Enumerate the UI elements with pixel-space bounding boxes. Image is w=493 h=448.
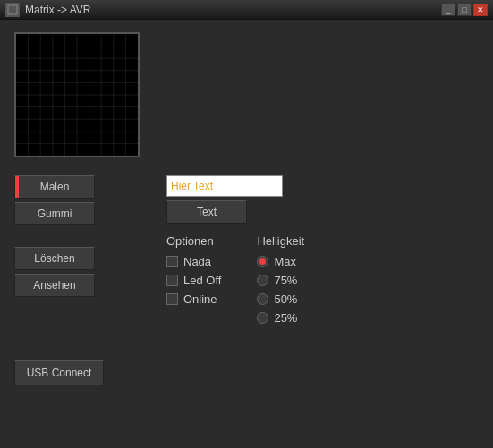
option-ledoff-row: Led Off (166, 274, 221, 287)
window-title: Matrix -> AVR (25, 4, 90, 16)
helligkeit-75-row: 75% (257, 274, 304, 287)
loeschen-button[interactable]: Löschen (14, 247, 95, 270)
helligkeit-50-radio[interactable] (257, 293, 268, 305)
helligkeit-max-row: Max (257, 255, 304, 268)
options-header: Optionen (166, 234, 221, 248)
helligkeit-25-label: 25% (274, 311, 297, 325)
malen-button[interactable]: Malen (14, 175, 95, 199)
option-nada-label: Nada (183, 255, 211, 268)
helligkeit-25-radio[interactable] (257, 312, 268, 324)
minimize-button[interactable]: _ (441, 4, 455, 16)
option-nada-row: Nada (166, 255, 221, 268)
helligkeit-column: Helligkeit Max 75% 50% (257, 234, 304, 325)
maximize-button[interactable]: □ (457, 4, 472, 16)
window-controls: _ □ ✕ (441, 4, 488, 16)
left-panel: Malen Gummi Löschen Ansehen (14, 175, 149, 325)
helligkeit-50-label: 50% (274, 292, 297, 306)
bottom-area: USB Connect (14, 360, 479, 385)
app-icon (5, 3, 20, 17)
option-online-label: Online (183, 292, 217, 306)
option-nada-checkbox[interactable] (166, 256, 178, 267)
right-panel: Text Optionen Nada Led Off (166, 175, 304, 325)
usb-connect-button[interactable]: USB Connect (14, 360, 104, 385)
helligkeit-50-row: 50% (257, 292, 304, 306)
option-ledoff-label: Led Off (183, 274, 221, 287)
close-button[interactable]: ✕ (473, 4, 488, 16)
option-online-checkbox[interactable] (166, 293, 178, 305)
title-bar: Matrix -> AVR _ □ ✕ (0, 0, 493, 20)
gummi-button[interactable]: Gummi (14, 202, 95, 225)
helligkeit-header: Helligkeit (257, 234, 304, 248)
svg-rect-1 (10, 7, 15, 13)
ansehen-button[interactable]: Ansehen (14, 274, 95, 297)
text-button[interactable]: Text (166, 200, 247, 224)
helligkeit-25-row: 25% (257, 311, 304, 325)
option-online-row: Online (166, 292, 221, 306)
helligkeit-75-radio[interactable] (257, 275, 268, 286)
hier-text-input[interactable] (166, 175, 283, 197)
helligkeit-max-radio[interactable] (257, 256, 268, 267)
option-ledoff-checkbox[interactable] (166, 275, 178, 286)
helligkeit-75-label: 75% (274, 274, 297, 287)
matrix-grid[interactable] (14, 32, 140, 157)
options-column: Optionen Nada Led Off Online (166, 234, 221, 325)
helligkeit-max-label: Max (274, 255, 296, 268)
